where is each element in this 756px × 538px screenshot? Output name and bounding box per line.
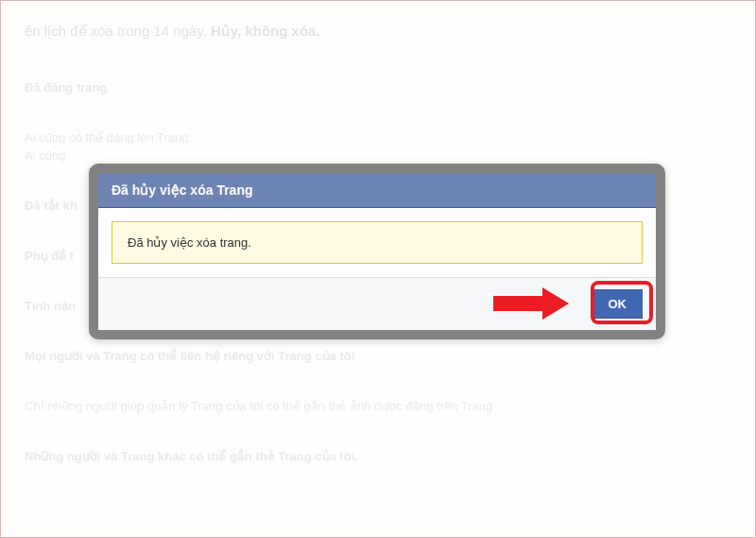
dialog-title: Đã hủy việc xóa Trang: [112, 182, 643, 198]
dialog-body: Đã hủy việc xóa trang.: [98, 208, 656, 278]
dialog-footer: OK: [98, 278, 656, 330]
dialog-header: Đã hủy việc xóa Trang: [98, 173, 656, 208]
annotation-arrow-icon: [493, 289, 578, 318]
ok-button[interactable]: OK: [593, 289, 644, 319]
confirmation-dialog: Đã hủy việc xóa Trang Đã hủy việc xóa tr…: [89, 164, 665, 339]
notice-message: Đã hủy việc xóa trang.: [112, 221, 643, 264]
